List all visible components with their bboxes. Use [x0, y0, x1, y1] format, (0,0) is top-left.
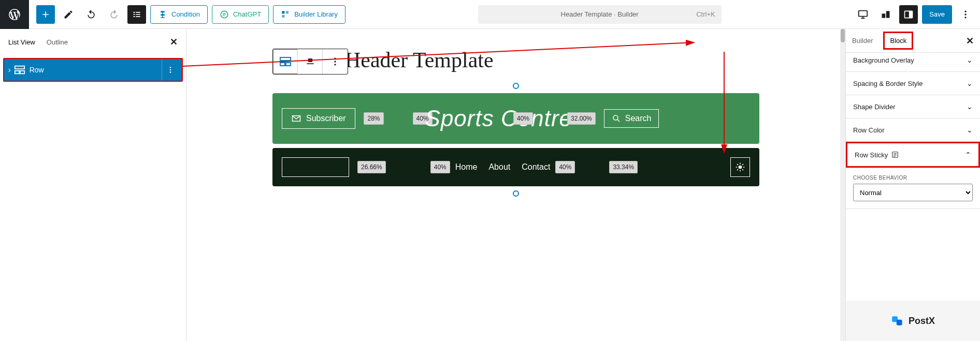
row-sticky-body: CHOOSE BEHAVIOR Normal	[846, 168, 980, 209]
postx-icon	[891, 314, 904, 328]
kebab-icon	[166, 66, 175, 74]
block-align-button[interactable]	[298, 49, 323, 74]
kebab-icon	[960, 9, 971, 20]
header-row-primary[interactable]: Subscriber 28% 40% Sports Centre 40% 32.…	[272, 93, 759, 144]
scrollbar[interactable]	[840, 29, 845, 341]
doc-title: Header Template · Builder	[561, 10, 639, 18]
add-block-button[interactable]	[36, 5, 55, 24]
sidebar-icon	[903, 9, 914, 20]
section-title: Shape Divider	[853, 103, 896, 111]
svg-point-16	[170, 69, 171, 71]
behavior-select[interactable]: Normal	[853, 184, 973, 201]
block-toolbar	[272, 49, 348, 75]
section-title: Background Overlay	[853, 56, 914, 64]
section-row-sticky[interactable]: Row Sticky ⌃ CHOOSE BEHAVIOR Normal	[846, 142, 980, 209]
note-icon	[891, 151, 899, 159]
svg-rect-3	[282, 14, 284, 17]
search-button[interactable]: Search	[604, 109, 659, 128]
left-panel: List View Outline ✕ › Row	[0, 29, 186, 341]
tab-list-view[interactable]: List View	[8, 38, 35, 46]
row-options-button[interactable]	[162, 59, 179, 81]
library-icon	[281, 10, 290, 19]
resize-handle-bottom[interactable]	[513, 190, 519, 197]
tab-block[interactable]: Block	[883, 32, 913, 50]
plus-icon	[40, 9, 51, 20]
section-row-color[interactable]: Row Color⌄	[846, 118, 980, 142]
redo-button[interactable]	[105, 5, 123, 24]
site-brand: Sports Centre	[425, 106, 572, 131]
list-view-toggle[interactable]	[127, 5, 146, 24]
condition-icon	[158, 10, 167, 19]
width-badge: 32.00%	[567, 112, 596, 125]
chevron-down-icon: ⌄	[967, 126, 973, 134]
close-right-panel[interactable]: ✕	[966, 35, 974, 47]
nav-link[interactable]: Contact	[522, 162, 550, 172]
desktop-icon	[857, 9, 869, 20]
svg-point-9	[964, 10, 966, 12]
undo-button[interactable]	[82, 5, 100, 24]
svg-point-15	[170, 67, 171, 68]
list-icon	[132, 9, 142, 20]
panels-icon	[881, 9, 891, 20]
wordpress-icon	[8, 8, 21, 21]
more-options-button[interactable]	[956, 5, 975, 24]
row-icon	[279, 55, 292, 68]
svg-point-24	[334, 61, 336, 62]
block-more-button[interactable]	[323, 49, 348, 74]
chatgpt-button[interactable]: ChatGPT	[212, 5, 269, 24]
block-type-button[interactable]	[273, 49, 298, 74]
chevron-down-icon: ⌄	[967, 79, 973, 87]
list-item-row[interactable]: › Row	[3, 58, 183, 82]
width-badge: 33.34%	[609, 161, 638, 173]
section-shape-divider[interactable]: Shape Divider⌄	[846, 95, 980, 118]
section-title: Spacing & Border Style	[853, 80, 923, 87]
right-panel-tabs: Builder Block ✕	[846, 29, 980, 53]
svg-point-27	[739, 166, 742, 169]
svg-rect-19	[280, 63, 285, 66]
builder-library-button[interactable]: Builder Library	[273, 5, 345, 24]
sidebar-toggle-button[interactable]	[899, 5, 918, 24]
header-row-secondary[interactable]: 26.66% 40% Home About Contact 40% 33.34%	[272, 148, 759, 186]
section-background-overlay[interactable]: Background Overlay⌄	[846, 53, 980, 72]
chevron-down-icon: ⌄	[967, 56, 973, 64]
nav-link[interactable]: Home	[455, 162, 478, 172]
condition-button[interactable]: Condition	[150, 5, 208, 24]
chevron-right-icon: ›	[8, 66, 11, 74]
nav-links: Home About Contact	[455, 162, 551, 172]
width-badge: 26.66%	[357, 161, 386, 173]
svg-point-25	[334, 64, 336, 65]
svg-point-11	[964, 17, 966, 18]
resize-handle-top[interactable]	[513, 83, 519, 89]
document-title-bar[interactable]: Header Template · Builder Ctrl+K	[478, 5, 722, 24]
close-left-panel[interactable]: ✕	[170, 36, 178, 48]
svg-point-23	[334, 58, 336, 60]
editor-canvas[interactable]: Header Template Subscriber 28% 40% Sport…	[186, 29, 845, 341]
right-panel: Builder Block ✕ Background Overlay⌄ Spac…	[845, 29, 980, 341]
left-panel-tabs: List View Outline ✕	[0, 29, 186, 55]
canvas-inner: Header Template Subscriber 28% 40% Sport…	[272, 48, 759, 197]
svg-rect-1	[282, 11, 284, 13]
svg-point-17	[170, 71, 171, 73]
page-title: Header Template	[345, 48, 759, 72]
width-badge: 40%	[513, 112, 533, 125]
subscriber-button[interactable]: Subscriber	[282, 108, 355, 129]
desktop-view-button[interactable]	[854, 5, 872, 24]
undo-icon	[86, 9, 96, 20]
editor-topbar: Condition ChatGPT Builder Library Header…	[0, 0, 980, 29]
dark-panel-button[interactable]	[876, 5, 895, 24]
dark-mode-toggle[interactable]	[730, 157, 750, 177]
kebab-icon	[330, 56, 340, 67]
tab-builder[interactable]: Builder	[852, 37, 873, 45]
nav-link[interactable]: About	[488, 162, 510, 172]
library-label: Builder Library	[294, 10, 338, 18]
save-button[interactable]: Save	[922, 5, 952, 24]
svg-rect-12	[15, 66, 24, 69]
edit-button[interactable]	[59, 5, 78, 24]
wordpress-logo[interactable]	[0, 0, 29, 29]
svg-point-10	[964, 13, 966, 15]
tab-outline[interactable]: Outline	[47, 38, 68, 46]
width-badge: 40%	[430, 161, 450, 173]
chatgpt-icon	[220, 10, 229, 19]
svg-rect-30	[897, 320, 902, 325]
section-spacing-border[interactable]: Spacing & Border Style⌄	[846, 72, 980, 95]
